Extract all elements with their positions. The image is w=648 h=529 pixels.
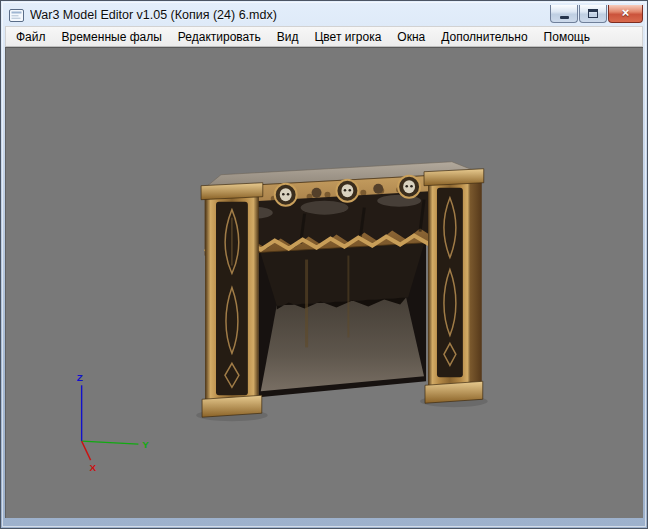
right-pillar: [424, 169, 484, 404]
window-controls: ×: [550, 5, 643, 23]
menu-windows[interactable]: Окна: [389, 27, 433, 47]
title-bar[interactable]: War3 Model Editor v1.05 (Копия (24) 6.md…: [1, 1, 647, 26]
close-icon: ×: [622, 6, 630, 20]
model-canvas: Z Y X: [6, 48, 643, 518]
menu-help[interactable]: Помощь: [536, 27, 598, 47]
maximize-button[interactable]: [579, 5, 607, 23]
z-axis-label: Z: [77, 372, 83, 383]
menu-extra[interactable]: Дополнительно: [433, 27, 535, 47]
y-axis-label: Y: [142, 439, 149, 450]
menu-player-color[interactable]: Цвет игрока: [306, 27, 389, 47]
y-axis-line: [82, 441, 139, 444]
menu-temp-files[interactable]: Временные фалы: [54, 27, 170, 47]
app-icon: [9, 9, 24, 22]
window-title: War3 Model Editor v1.05 (Копия (24) 6.md…: [30, 8, 550, 22]
menu-edit[interactable]: Редактировать: [170, 27, 269, 47]
menu-view[interactable]: Вид: [269, 27, 307, 47]
left-pillar: [201, 183, 263, 418]
axis-gizmo: Z Y X: [77, 372, 150, 473]
minimize-button[interactable]: [550, 5, 578, 23]
x-axis-label: X: [90, 462, 97, 473]
maximize-icon: [588, 9, 598, 18]
model-structure: [196, 162, 488, 421]
menu-bar: Файл Временные фалы Редактировать Вид Цв…: [5, 26, 643, 47]
viewport-3d[interactable]: Z Y X: [5, 47, 643, 518]
menu-file[interactable]: Файл: [8, 27, 54, 47]
x-axis-line: [82, 441, 91, 460]
app-window: War3 Model Editor v1.05 (Копия (24) 6.md…: [0, 0, 648, 529]
minimize-icon: [560, 16, 569, 19]
close-button[interactable]: ×: [608, 5, 643, 23]
